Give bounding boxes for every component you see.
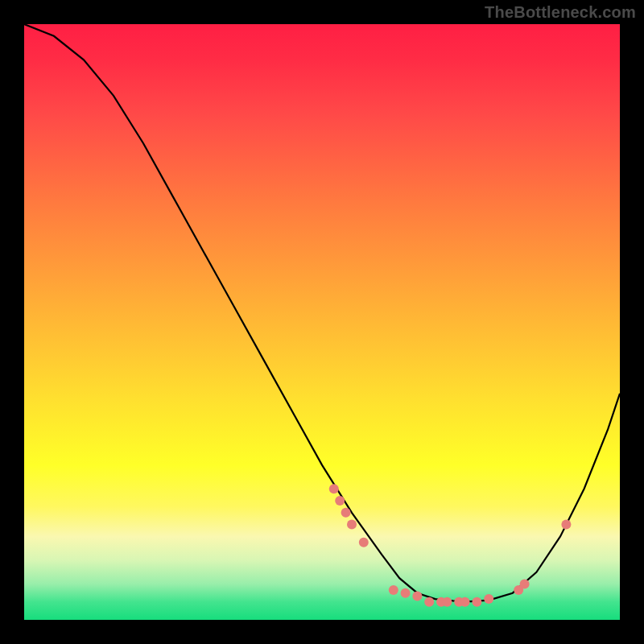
data-point bbox=[347, 520, 357, 530]
data-point bbox=[442, 597, 452, 607]
data-point bbox=[472, 597, 481, 607]
data-point bbox=[460, 597, 470, 607]
data-point bbox=[424, 597, 434, 607]
data-point bbox=[401, 588, 411, 598]
data-point bbox=[359, 538, 369, 547]
chart-frame: TheBottleneck.com bbox=[0, 0, 644, 644]
bottleneck-curve-svg bbox=[24, 24, 620, 620]
data-point bbox=[520, 580, 530, 589]
data-point bbox=[484, 594, 493, 604]
data-points-group bbox=[329, 484, 572, 607]
data-point bbox=[335, 496, 345, 506]
data-point bbox=[389, 585, 398, 595]
plot-area bbox=[24, 24, 620, 620]
data-point bbox=[341, 508, 351, 518]
bottleneck-curve bbox=[24, 24, 620, 601]
data-point bbox=[329, 484, 339, 493]
data-point bbox=[561, 520, 571, 530]
data-point bbox=[412, 591, 422, 601]
watermark-text: TheBottleneck.com bbox=[485, 3, 636, 22]
